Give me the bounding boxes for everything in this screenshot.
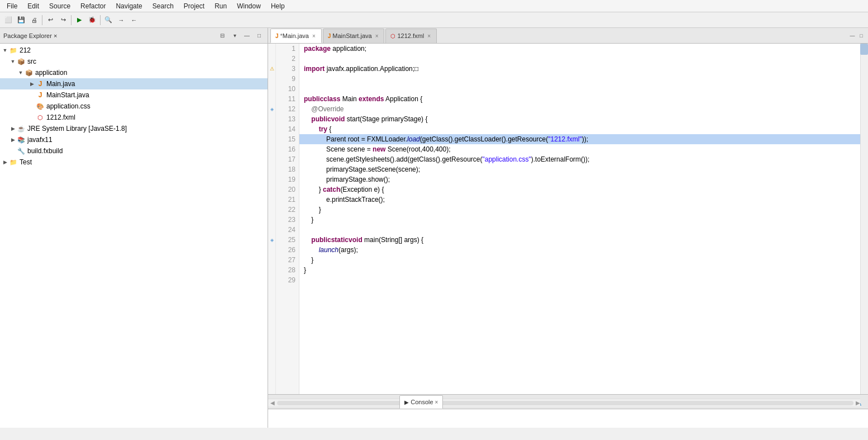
gutter-10 bbox=[268, 84, 275, 94]
tree-item-jre[interactable]: ▶ ☕ JRE System Library [JavaSE-1.8] bbox=[0, 123, 268, 134]
tab-main-java[interactable]: J * Main.java × bbox=[270, 29, 322, 43]
jre-icon: ☕ bbox=[17, 124, 26, 133]
gutter-2 bbox=[268, 54, 275, 64]
panel-collapse-btn[interactable]: ⊟ bbox=[217, 31, 227, 41]
menubar: File Edit Source Refactor Navigate Searc… bbox=[0, 0, 868, 12]
tab-mainstart-close[interactable]: × bbox=[374, 33, 380, 39]
tab-console[interactable]: ▶ Console × bbox=[399, 395, 443, 409]
tree-item-main-java[interactable]: ▶ J Main.java bbox=[0, 78, 268, 89]
linenum-28: 28 bbox=[276, 265, 299, 275]
linenum-9: 9 bbox=[276, 74, 299, 84]
tab-console-close[interactable]: × bbox=[435, 399, 438, 405]
linenum-15: 15 bbox=[276, 134, 299, 144]
code-line-12: @Override bbox=[299, 104, 860, 114]
menu-source[interactable]: Source bbox=[45, 1, 75, 11]
linenum-18: 18 bbox=[276, 164, 299, 174]
gutter-1 bbox=[268, 44, 275, 54]
build-file-icon: 🔧 bbox=[17, 146, 26, 155]
linenum-1: 1 bbox=[276, 44, 299, 54]
tree-item-fxml[interactable]: ⬡ 1212.fxml bbox=[0, 112, 268, 123]
tree-item-css[interactable]: 🎨 application.css bbox=[0, 101, 268, 112]
tab-fxml[interactable]: ⬡ 1212.fxml × bbox=[385, 29, 437, 43]
scrollbar-thumb[interactable] bbox=[860, 44, 868, 55]
tree-item-javafx11[interactable]: ▶ 📚 javafx11 bbox=[0, 134, 268, 145]
panel-title: Package Explorer × bbox=[3, 32, 215, 39]
gutter-23 bbox=[268, 215, 275, 225]
menu-file[interactable]: File bbox=[2, 1, 22, 11]
linenum-13: 13 bbox=[276, 114, 299, 124]
tree-toggle-main-java[interactable]: ▶ bbox=[28, 81, 36, 87]
tab-fxml-close[interactable]: × bbox=[426, 33, 432, 39]
toolbar-sep3 bbox=[100, 15, 101, 25]
menu-search[interactable]: Search bbox=[148, 1, 178, 11]
tree-toggle-app[interactable]: ▼ bbox=[17, 70, 25, 75]
toolbar-redo[interactable]: ↪ bbox=[57, 14, 69, 26]
tree-item-src[interactable]: ▼ 📦 src bbox=[0, 56, 268, 67]
menu-project[interactable]: Project bbox=[179, 1, 209, 11]
panel-minimize-btn[interactable]: — bbox=[242, 31, 252, 41]
tree-toggle-212[interactable]: ▼ bbox=[1, 48, 9, 53]
gutter-11 bbox=[268, 94, 275, 104]
toolbar-print[interactable]: 🖨 bbox=[28, 14, 40, 26]
bottom-content bbox=[268, 409, 868, 428]
tree-toggle-src[interactable]: ▼ bbox=[9, 59, 17, 64]
tree-view: ▼ 📁 212 ▼ 📦 src ▼ 📦 application ▶ J Main… bbox=[0, 44, 268, 428]
code-line-29 bbox=[299, 275, 860, 285]
toolbar-undo[interactable]: ↩ bbox=[44, 14, 56, 26]
tree-label-javafx: javafx11 bbox=[27, 136, 53, 144]
menu-navigate[interactable]: Navigate bbox=[111, 1, 146, 11]
menu-window[interactable]: Window bbox=[232, 1, 265, 11]
tree-toggle-jre[interactable]: ▶ bbox=[9, 126, 17, 131]
tree-item-application[interactable]: ▼ 📦 application bbox=[0, 67, 268, 78]
code-line-25: public static void main(String[] args) { bbox=[299, 235, 860, 245]
linenum-21: 21 bbox=[276, 195, 299, 205]
tree-item-212[interactable]: ▼ 📁 212 bbox=[0, 45, 268, 56]
javafx-icon: 📚 bbox=[17, 135, 26, 144]
code-content[interactable]: package application; import javafx.appli… bbox=[299, 44, 860, 394]
tree-item-build[interactable]: 🔧 build.fxbuild bbox=[0, 145, 268, 157]
test-project-icon: 📁 bbox=[9, 158, 18, 167]
tab-fxml-icon: ⬡ bbox=[390, 33, 395, 39]
toolbar-new[interactable]: ⬜ bbox=[2, 14, 15, 26]
editor-maximize-btn[interactable]: □ bbox=[857, 31, 866, 40]
menu-run[interactable]: Run bbox=[210, 1, 231, 11]
code-line-13: public void start(Stage primaryStage) { bbox=[299, 114, 860, 124]
code-line-22: } bbox=[299, 205, 860, 215]
panel-menu-btn[interactable]: ▾ bbox=[230, 31, 240, 41]
editor-scrollbar[interactable] bbox=[860, 44, 868, 394]
tab-mainstart-java[interactable]: J MainStart.java × bbox=[323, 29, 385, 43]
tree-toggle-javafx[interactable]: ▶ bbox=[9, 137, 17, 143]
gutter-21 bbox=[268, 195, 275, 205]
panel-maximize-btn[interactable]: □ bbox=[254, 31, 264, 41]
code-line-14: try { bbox=[299, 124, 860, 134]
gutter-18 bbox=[268, 164, 275, 174]
toolbar-prev[interactable]: ← bbox=[128, 14, 140, 26]
tab-console-label: Console bbox=[411, 399, 433, 405]
tree-item-test[interactable]: ▶ 📁 Test bbox=[0, 157, 268, 168]
gutter-13 bbox=[268, 114, 275, 124]
code-line-3: import javafx.application.Application;□ bbox=[299, 64, 860, 74]
editor-tabs: J * Main.java × J MainStart.java × ⬡ 121… bbox=[268, 28, 868, 44]
toolbar-run[interactable]: ▶ bbox=[73, 14, 85, 26]
tree-label-test: Test bbox=[20, 158, 32, 166]
code-line-16: Scene scene = new Scene(root,400,400); bbox=[299, 144, 860, 154]
tab-main-java-close[interactable]: × bbox=[311, 33, 317, 39]
toolbar-debug[interactable]: 🐞 bbox=[86, 14, 98, 26]
code-line-19: primaryStage.show(); bbox=[299, 174, 860, 184]
linenum-16: 16 bbox=[276, 144, 299, 154]
menu-edit[interactable]: Edit bbox=[23, 1, 44, 11]
tree-item-mainstart-java[interactable]: J MainStart.java bbox=[0, 89, 268, 101]
toolbar-save[interactable]: 💾 bbox=[15, 14, 27, 26]
gutter-19 bbox=[268, 174, 275, 184]
toolbar-search[interactable]: 🔍 bbox=[102, 14, 115, 26]
menu-refactor[interactable]: Refactor bbox=[76, 1, 110, 11]
whole-editor: ⚠ ◈ ◈ 1 2 bbox=[268, 44, 868, 394]
editor-minimize-btn[interactable]: — bbox=[848, 31, 857, 40]
toolbar-next[interactable]: → bbox=[115, 14, 127, 26]
toolbar-sep2 bbox=[71, 15, 71, 25]
tab-mainstart-label: MainStart.java bbox=[332, 32, 371, 39]
tree-label-src: src bbox=[27, 58, 36, 65]
menu-help[interactable]: Help bbox=[266, 1, 289, 11]
horizontal-scrollbar[interactable]: ◀ ▶ bbox=[268, 399, 860, 406]
tree-toggle-test[interactable]: ▶ bbox=[1, 159, 9, 165]
